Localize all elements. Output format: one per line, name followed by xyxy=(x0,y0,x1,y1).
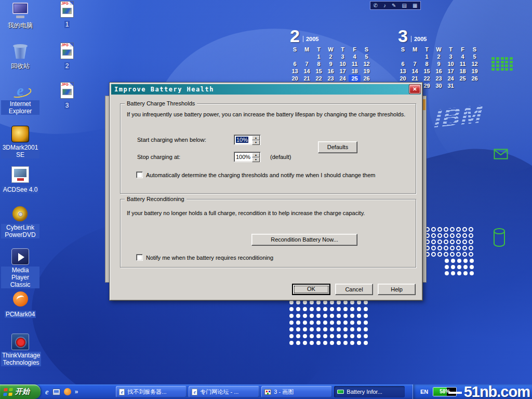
pen-icon[interactable]: ✎ xyxy=(392,3,396,8)
desktop-icon-pcmark04[interactable]: PCMark04 xyxy=(1,291,39,318)
calendar-date[interactable]: 2 xyxy=(433,53,445,60)
calendar-date[interactable]: 7 xyxy=(301,60,313,68)
ok-button[interactable]: OK xyxy=(292,284,330,295)
keypad-decor-icon xyxy=(491,57,513,71)
desktop-icon-powerdvd[interactable]: CyberLink PowerDVD xyxy=(1,206,39,239)
spin-down-icon[interactable]: ▼ xyxy=(252,157,260,162)
calendar-date[interactable]: 1 xyxy=(421,53,433,60)
calendar-date[interactable]: 22 xyxy=(313,75,325,82)
close-icon[interactable]: ✕ xyxy=(409,85,420,94)
calendar-date[interactable]: 6 xyxy=(289,60,301,68)
spin-up-icon[interactable]: ▲ xyxy=(252,153,260,157)
calendar-date[interactable]: 20 xyxy=(289,75,301,82)
calendar-date[interactable]: 24 xyxy=(337,75,349,82)
calendar-date[interactable]: 13 xyxy=(397,68,409,75)
speaker-icon[interactable]: ♪ xyxy=(383,3,386,8)
calendar-date[interactable]: 4 xyxy=(457,53,469,60)
calendar-date[interactable]: 25 xyxy=(349,75,361,82)
calendar-date[interactable]: 21 xyxy=(301,75,313,82)
auto-determine-checkbox[interactable] xyxy=(136,171,143,178)
calendar-date[interactable]: 9 xyxy=(433,60,445,68)
desktop-icon-recycle-bin[interactable]: 回收站 xyxy=(1,43,39,70)
desktop-icon-acdsee[interactable]: ACDSee 4.0 xyxy=(1,166,39,194)
calendar-date[interactable]: 31 xyxy=(445,82,457,89)
help-button[interactable]: Help xyxy=(378,284,416,295)
calendar-date[interactable]: 18 xyxy=(349,68,361,75)
calendar-date[interactable]: 14 xyxy=(301,68,313,75)
calendar-date[interactable]: 15 xyxy=(313,68,325,75)
calendar-date[interactable]: 3 xyxy=(445,53,457,60)
desktop-icon-media-player-classic[interactable]: Media Player Classic xyxy=(1,248,39,289)
desktop-file-1[interactable]: JPG 1 xyxy=(48,1,86,29)
calendar-date[interactable]: 19 xyxy=(469,68,481,75)
taskbar-task-paint[interactable]: 3 - 画图 xyxy=(261,386,332,397)
calendar-day-header: F xyxy=(349,46,361,53)
calendar-date[interactable]: 12 xyxy=(469,60,481,68)
quicklaunch-media-icon[interactable] xyxy=(64,388,71,395)
calendar-date[interactable]: 14 xyxy=(409,68,421,75)
calendar-date[interactable]: 7 xyxy=(409,60,421,68)
taskbar-task-forum[interactable]: 专门网论坛 - ... xyxy=(189,386,259,397)
calendar-date[interactable]: 6 xyxy=(397,60,409,68)
display-icon[interactable]: ▤ xyxy=(402,3,407,8)
recondition-battery-button[interactable]: Recondition Battery Now... xyxy=(251,234,357,246)
show-desktop-icon[interactable] xyxy=(52,389,60,395)
calendar-date[interactable]: 19 xyxy=(361,68,373,75)
calendar-date[interactable]: 26 xyxy=(469,75,481,82)
desktop-icon-my-computer[interactable]: 我的电脑 xyxy=(1,2,39,30)
desktop-file-2[interactable]: JPG 2 xyxy=(48,43,86,70)
language-indicator[interactable]: EN xyxy=(420,389,428,395)
cancel-button[interactable]: Cancel xyxy=(335,284,373,295)
calendar-date[interactable]: 10 xyxy=(445,60,457,68)
start-threshold-spinner[interactable]: 10% ▲ ▼ xyxy=(234,135,261,145)
calendar-date[interactable]: 1 xyxy=(313,53,325,60)
spin-up-icon[interactable]: ▲ xyxy=(252,136,260,140)
notes-icon[interactable]: ▦ xyxy=(413,3,417,8)
notify-reconditioning-checkbox[interactable] xyxy=(136,254,143,261)
calendar-date[interactable]: 18 xyxy=(457,68,469,75)
calendar-date[interactable]: 11 xyxy=(349,60,361,68)
calendar-date[interactable]: 2 xyxy=(325,53,337,60)
calendar-date[interactable]: 9 xyxy=(325,60,337,68)
stop-charging-label: Stop charging at: xyxy=(137,154,180,160)
calendar-date[interactable]: 10 xyxy=(337,60,349,68)
desktop-file-3[interactable]: JPG 3 xyxy=(48,82,86,110)
desktop-icon-3dmark2001[interactable]: 3DMark2001 SE xyxy=(1,126,39,159)
calendar-date[interactable]: 26 xyxy=(361,75,373,82)
calendar-date[interactable]: 12 xyxy=(361,60,373,68)
calendar-date[interactable]: 17 xyxy=(337,68,349,75)
chevron-right-icon[interactable]: » xyxy=(75,388,78,395)
calendar-date[interactable]: 22 xyxy=(421,75,433,82)
calendar-date[interactable]: 20 xyxy=(397,75,409,82)
calendar-date[interactable]: 5 xyxy=(469,53,481,60)
calendar-date[interactable]: 13 xyxy=(289,68,301,75)
calendar-date[interactable]: 16 xyxy=(433,68,445,75)
calendar-date[interactable]: 30 xyxy=(433,82,445,89)
ie-page-icon xyxy=(192,389,197,395)
taskbar-task-battery-information[interactable]: Battery Infor... xyxy=(334,386,405,397)
desktop-icon-internet-explorer[interactable]: Internet Explorer xyxy=(1,82,39,115)
calendar-date[interactable]: 11 xyxy=(457,60,469,68)
taskbar-task-server-not-found[interactable]: 找不到服务器... xyxy=(116,386,187,397)
phone-icon[interactable]: ✆ xyxy=(374,3,378,8)
calendar-date[interactable]: 8 xyxy=(313,60,325,68)
calendar-date[interactable]: 23 xyxy=(433,75,445,82)
calendar-date[interactable]: 21 xyxy=(409,75,421,82)
calendar-date[interactable]: 17 xyxy=(445,68,457,75)
calendar-date[interactable]: 23 xyxy=(325,75,337,82)
calendar-date[interactable]: 15 xyxy=(421,68,433,75)
calendar-date[interactable]: 5 xyxy=(361,53,373,60)
calendar-date[interactable]: 3 xyxy=(337,53,349,60)
calendar-date[interactable]: 25 xyxy=(457,75,469,82)
spin-down-icon[interactable]: ▼ xyxy=(252,140,260,145)
defaults-button[interactable]: Defaults xyxy=(318,141,357,153)
stop-threshold-spinner[interactable]: 100% ▲ ▼ xyxy=(234,152,261,162)
calendar-date[interactable]: 8 xyxy=(421,60,433,68)
calendar-date[interactable]: 16 xyxy=(325,68,337,75)
start-button[interactable]: 开始 xyxy=(0,384,41,399)
calendar-date[interactable]: 4 xyxy=(349,53,361,60)
calendar-date[interactable]: 24 xyxy=(445,75,457,82)
quicklaunch-ie-icon[interactable] xyxy=(45,388,49,396)
dialog-titlebar[interactable]: Improve Battery Health xyxy=(111,84,421,95)
desktop-icon-thinkvantage[interactable]: ThinkVantage Technologies xyxy=(1,334,39,367)
